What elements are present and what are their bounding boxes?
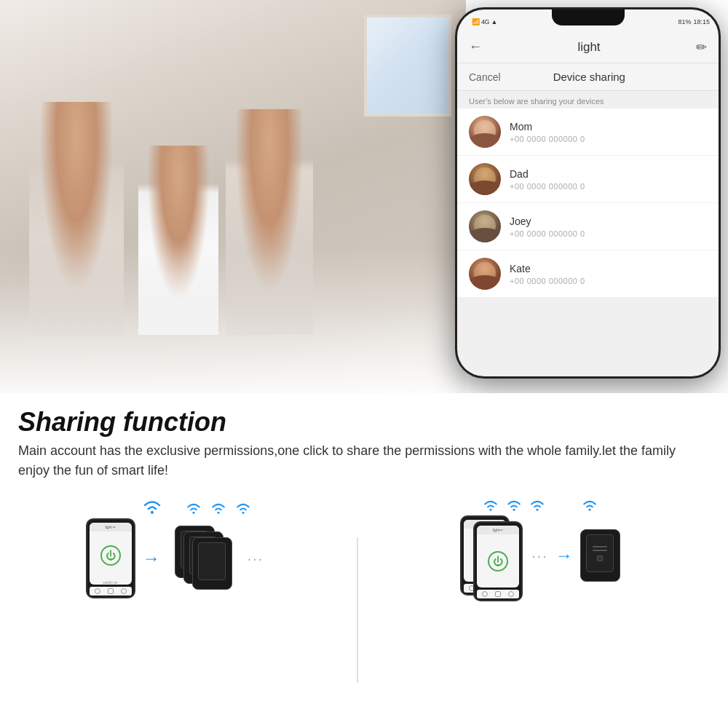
left-wifi-group <box>98 499 251 515</box>
avatar-kate <box>469 258 501 290</box>
svg-point-7 <box>588 509 590 511</box>
phone-content: User's below are sharing your devices Mo… <box>457 91 719 376</box>
user-item-kate[interactable]: Kate +00 0000 000000 0 <box>457 250 719 298</box>
status-battery-percent: 81% <box>678 18 691 25</box>
smartphone-mockup: 📶 4G ▲ N ☁ ♦ 81% 18:15 ← light ✏ Cancel … <box>455 7 721 379</box>
smart-device-single-right <box>580 529 620 582</box>
avatar-mom <box>469 116 501 148</box>
avatar-joey <box>469 210 501 242</box>
user-name-mom: Mom <box>510 121 707 132</box>
left-phone-wifi <box>142 499 162 515</box>
user-item-joey[interactable]: Joey +00 0000 000000 0 <box>457 203 719 250</box>
sharing-title: Device sharing <box>553 71 625 83</box>
wifi-icon-rdevice <box>582 499 598 512</box>
nav-dot-2 <box>121 588 127 594</box>
left-diagram: light ✏ ⏻ switch on → <box>7 499 342 598</box>
mini-header-stack-2: light ✏ <box>477 526 519 534</box>
device-stack-left <box>167 526 240 591</box>
nav-home <box>108 588 114 594</box>
user-phone-dad: +00 0000 000000 0 <box>510 182 707 191</box>
nav-dot-r3 <box>482 591 488 597</box>
app-title: light <box>577 40 600 55</box>
right-diagram: light ✏ ⏻ light ✏ ⏻ <box>373 499 708 596</box>
wifi-icon-device-3 <box>235 502 251 515</box>
user-info-mom: Mom +00 0000 000000 0 <box>510 121 707 143</box>
user-name-dad: Dad <box>510 168 707 180</box>
svg-point-6 <box>536 509 538 511</box>
nav-dot <box>95 588 100 594</box>
left-arrow: → <box>143 548 160 569</box>
svg-point-2 <box>217 512 219 514</box>
wifi-icon-rphone-3 <box>529 499 545 512</box>
edit-icon[interactable]: ✏ <box>696 39 707 55</box>
mini-header: light ✏ <box>90 523 132 531</box>
cancel-button[interactable]: Cancel <box>469 71 501 83</box>
svg-point-4 <box>489 509 491 511</box>
user-list: Mom +00 0000 000000 0 Dad +00 0000 00000… <box>457 108 719 298</box>
svg-point-3 <box>242 512 244 514</box>
user-phone-joey: +00 0000 000000 0 <box>510 229 707 238</box>
status-signal: 📶 4G ▲ <box>472 18 497 25</box>
user-name-kate: Kate <box>510 263 707 274</box>
right-wifi-group <box>483 499 598 512</box>
mini-phone-single: light ✏ ⏻ switch on <box>86 518 135 598</box>
smart-device-3 <box>192 537 232 590</box>
nav-home-r2 <box>495 591 501 597</box>
separator <box>357 537 358 683</box>
phone-stack-right: light ✏ ⏻ light ✏ ⏻ <box>460 515 524 596</box>
back-icon[interactable]: ← <box>469 39 482 55</box>
status-time: 18:15 <box>693 18 710 25</box>
user-item-mom[interactable]: Mom +00 0000 000000 0 <box>457 108 719 156</box>
right-dots: ··· <box>531 547 548 564</box>
section-description: Main account has the exclusive permissio… <box>18 441 710 480</box>
wifi-icon-rphone-1 <box>483 499 499 512</box>
mini-phone-screen: light ✏ ⏻ switch on <box>90 523 132 585</box>
status-right-group: 81% 18:15 <box>678 18 710 25</box>
left-devices-row: light ✏ ⏻ switch on → <box>86 518 264 598</box>
user-phone-kate: +00 0000 000000 0 <box>510 277 707 285</box>
right-arrow: → <box>555 545 573 566</box>
user-phone-mom: +00 0000 000000 0 <box>510 135 707 143</box>
sharing-header: Cancel Device sharing <box>457 63 719 91</box>
mini-power-btn: ⏻ <box>100 545 121 566</box>
right-devices-row: light ✏ ⏻ light ✏ ⏻ <box>460 515 620 596</box>
wifi-icon-phone <box>142 499 162 515</box>
family-photo <box>0 0 466 393</box>
bottom-section: light ✏ ⏻ switch on → <box>0 488 728 728</box>
user-item-dad[interactable]: Dad +00 0000 000000 0 <box>457 156 719 203</box>
user-info-kate: Kate +00 0000 000000 0 <box>510 263 707 285</box>
mini-power-stack-2: ⏻ <box>488 551 508 571</box>
svg-point-1 <box>192 512 194 514</box>
mini-phone-nav <box>90 587 132 596</box>
sharing-subtitle: User's below are sharing your devices <box>457 91 719 108</box>
svg-point-0 <box>151 511 154 514</box>
text-section: Sharing function Main account has the ex… <box>0 393 728 488</box>
user-info-dad: Dad +00 0000 000000 0 <box>510 168 707 191</box>
svg-point-5 <box>513 509 515 511</box>
background-window <box>364 15 451 116</box>
wifi-icon-rphone-2 <box>506 499 522 512</box>
user-info-joey: Joey +00 0000 000000 0 <box>510 215 707 238</box>
section-title: Sharing function <box>18 408 710 437</box>
app-header: ← light ✏ <box>457 31 719 63</box>
wifi-icon-device-2 <box>210 502 226 515</box>
user-name-joey: Joey <box>510 215 707 227</box>
left-dots: ··· <box>248 550 264 567</box>
mini-phone-stack-2: light ✏ ⏻ <box>473 521 523 601</box>
avatar-dad <box>469 163 501 195</box>
nav-dot-r4 <box>508 591 514 597</box>
mini-screen-stack-2: light ✏ ⏻ <box>477 526 519 587</box>
wifi-icon-device-1 <box>186 502 202 515</box>
phone-notch <box>552 9 625 25</box>
mini-nav-stack-2 <box>477 590 519 598</box>
photo-gradient-overlay <box>0 248 466 393</box>
